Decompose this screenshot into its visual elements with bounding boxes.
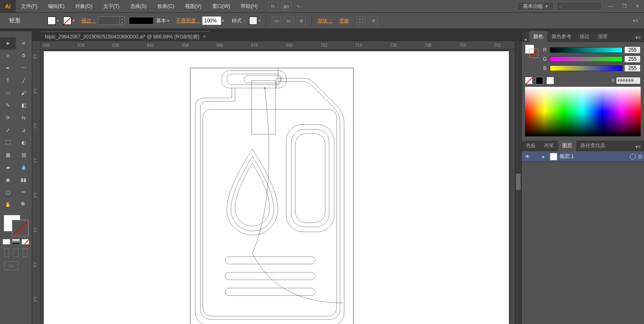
- menu-edit[interactable]: 编辑(E): [43, 0, 70, 12]
- none-mode[interactable]: [21, 239, 29, 245]
- menu-help[interactable]: 帮助(H): [235, 0, 263, 12]
- menu-type[interactable]: 文字(T): [98, 0, 125, 12]
- stroke-color[interactable]: [12, 220, 29, 236]
- tab-swatches[interactable]: 色板: [522, 140, 540, 151]
- magic-wand-tool[interactable]: ✧: [0, 50, 16, 62]
- opacity-dropdown[interactable]: ▾: [221, 17, 225, 25]
- bridge-icon[interactable]: Br: [268, 2, 278, 11]
- fill-swatch[interactable]: [48, 17, 56, 25]
- restore-button[interactable]: ❐: [618, 2, 631, 10]
- hand-tool[interactable]: ✋: [0, 198, 16, 211]
- document-tab[interactable]: Nipic_29842067_20190905150420890000.ai* …: [40, 31, 210, 41]
- pencil-tool[interactable]: ✎: [0, 99, 16, 112]
- ruler-vertical[interactable]: 3.63.84.04.24.44.64.85.0: [32, 50, 40, 324]
- panel-fill-stroke[interactable]: [525, 45, 538, 58]
- paintbrush-tool[interactable]: 🖌: [16, 87, 31, 99]
- r-slider[interactable]: [550, 47, 623, 53]
- type-tool[interactable]: T: [0, 74, 16, 87]
- color-mode[interactable]: [2, 239, 10, 245]
- tab-gradient[interactable]: 渐变: [594, 31, 612, 42]
- direct-selection-tool[interactable]: ⤱: [16, 37, 31, 50]
- g-value[interactable]: 255: [624, 55, 641, 63]
- close-window-button[interactable]: ✕: [631, 2, 644, 10]
- column-graph-tool[interactable]: ▮▮: [16, 174, 31, 186]
- graphic-style-dropdown[interactable]: ▾: [257, 17, 261, 25]
- isolate-icon[interactable]: ⛶: [356, 16, 366, 25]
- brush-def-preview[interactable]: [129, 17, 154, 24]
- draw-behind-icon[interactable]: [13, 248, 18, 257]
- b-value[interactable]: 255: [624, 64, 641, 72]
- r-value[interactable]: 255: [624, 46, 641, 54]
- menu-window[interactable]: 窗口(W): [207, 0, 235, 12]
- target-icon[interactable]: [630, 154, 636, 160]
- artboard-tool[interactable]: ▢: [0, 186, 16, 198]
- brush-def-dropdown[interactable]: ▾: [166, 17, 170, 25]
- menu-object[interactable]: 对象(O): [70, 0, 97, 12]
- rectangle-tool[interactable]: ▭: [0, 87, 16, 99]
- reflect-tool[interactable]: ⇆: [16, 112, 31, 124]
- perspective-tool[interactable]: ▦: [0, 149, 16, 161]
- close-tab-icon[interactable]: ×: [203, 32, 206, 42]
- optbar-menu-icon[interactable]: ▾≡: [633, 18, 641, 24]
- doc-setup-icon[interactable]: ▭: [272, 16, 281, 25]
- rotate-tool[interactable]: ⟳: [0, 112, 16, 124]
- panel-menu-icon[interactable]: ▾≡: [632, 33, 644, 42]
- spectrum-picker[interactable]: [525, 87, 641, 136]
- screen-mode-icon[interactable]: ▭: [4, 261, 18, 270]
- menu-select[interactable]: 选择(S): [125, 0, 152, 12]
- tab-brushes[interactable]: 画笔: [540, 140, 558, 151]
- gradient-tool[interactable]: ▰: [0, 161, 16, 174]
- menu-view[interactable]: 视图(V): [180, 0, 207, 12]
- vertical-scrollbar[interactable]: [515, 41, 521, 324]
- arrange-docs-icon[interactable]: ▦▾: [281, 2, 291, 11]
- transform-link[interactable]: 变换: [339, 17, 349, 24]
- scale-tool[interactable]: ⤢: [0, 124, 16, 136]
- fill-stroke-control[interactable]: [3, 214, 29, 237]
- tab-stroke[interactable]: 描边: [575, 31, 594, 42]
- stroke-weight-input[interactable]: ▴▾: [98, 17, 125, 25]
- slice-tool[interactable]: ✂: [16, 186, 31, 198]
- tab-color-guide[interactable]: 颜色参考: [547, 31, 575, 42]
- gradient-mode[interactable]: [12, 239, 20, 245]
- shape-builder-tool[interactable]: ◐: [16, 136, 31, 149]
- white-swatch[interactable]: [547, 77, 554, 84]
- hex-input[interactable]: [616, 77, 641, 84]
- pen-tool[interactable]: ✒: [0, 62, 16, 74]
- stroke-link[interactable]: 描边：: [81, 17, 96, 24]
- panel-menu-icon[interactable]: ▾≡: [632, 142, 644, 151]
- width-tool[interactable]: ⊿: [16, 124, 31, 136]
- stroke-swatch[interactable]: [63, 17, 71, 25]
- black-swatch[interactable]: [536, 77, 543, 84]
- opacity-link[interactable]: 不透明度：: [176, 17, 201, 24]
- ruler-origin[interactable]: [32, 41, 40, 50]
- layer-name[interactable]: 图层 1: [560, 153, 627, 160]
- eraser-tool[interactable]: ◧: [16, 99, 31, 112]
- zoom-tool[interactable]: 🔍: [16, 198, 31, 211]
- tab-pathfinder[interactable]: 路径查找器: [576, 140, 609, 151]
- draw-inside-icon[interactable]: [23, 248, 28, 257]
- preferences-icon[interactable]: ▭: [284, 16, 293, 25]
- menu-effect[interactable]: 效果(C): [152, 0, 180, 12]
- mesh-tool[interactable]: ▤: [16, 149, 31, 161]
- workspace-switcher[interactable]: 基本功能 ▾: [517, 2, 554, 11]
- minimize-button[interactable]: —: [604, 2, 618, 10]
- align-icon[interactable]: ※: [369, 16, 378, 25]
- graphic-style-swatch[interactable]: [249, 17, 257, 25]
- fill-dropdown[interactable]: ▾: [56, 17, 60, 25]
- none-swatch[interactable]: [525, 77, 532, 84]
- tab-layers[interactable]: 图层: [558, 140, 576, 151]
- canvas[interactable]: [40, 50, 521, 324]
- search-input[interactable]: ⌕: [556, 2, 602, 11]
- curvature-tool[interactable]: 〰: [16, 62, 31, 74]
- tab-color[interactable]: 颜色: [529, 31, 547, 42]
- blend-tool[interactable]: ◉: [0, 174, 16, 186]
- visibility-toggle-icon[interactable]: 👁: [523, 152, 532, 161]
- twirl-icon[interactable]: ▸: [542, 154, 547, 160]
- b-slider[interactable]: [550, 65, 623, 71]
- ruler-horizontal[interactable]: 6066186306426546666786907027147267387507…: [40, 41, 521, 50]
- layer-row[interactable]: 👁 ▸ 图层 1: [522, 151, 644, 162]
- eyedropper-tool[interactable]: 💧: [16, 161, 31, 174]
- free-transform-tool[interactable]: ⛶: [0, 136, 16, 149]
- line-tool[interactable]: ╱: [16, 74, 31, 87]
- recolor-icon[interactable]: ⊚: [297, 16, 306, 25]
